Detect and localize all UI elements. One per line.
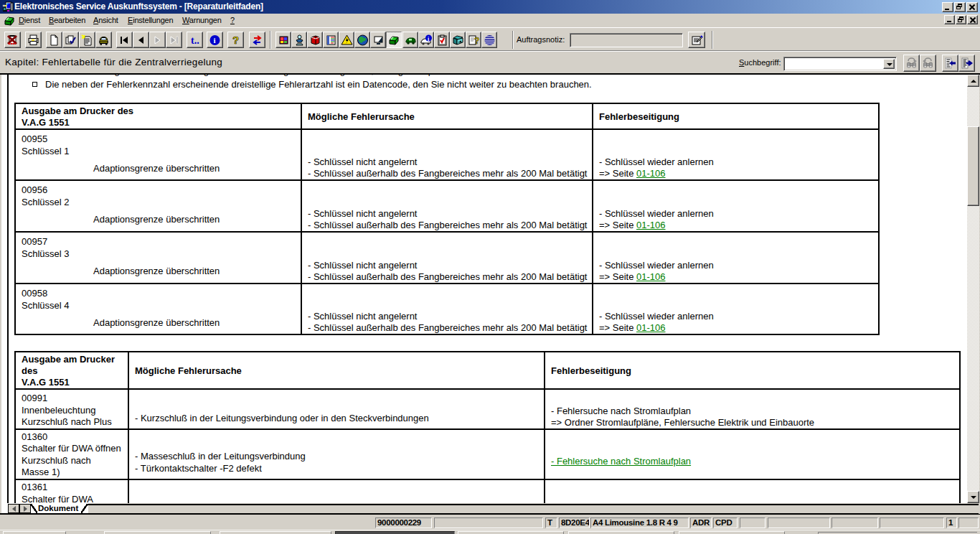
scroll-down-button[interactable] (967, 491, 979, 503)
menu-ansicht[interactable]: Ansicht (93, 14, 118, 27)
swap-arrows-icon (251, 34, 263, 46)
tab-scroll-right-button[interactable] (19, 504, 31, 513)
restore-icon (956, 4, 963, 10)
toolbar-button-car-info[interactable]: i (418, 32, 434, 48)
document-system-menu-icon[interactable] (4, 15, 15, 26)
arrow-down-icon (971, 496, 976, 499)
toolbar-button-next-page[interactable] (149, 32, 166, 48)
auftragsnotiz-note-button[interactable] (688, 32, 705, 48)
toolbar-separator (270, 31, 271, 49)
restore-button[interactable] (954, 2, 966, 12)
table1-row: 00957Schlüssel 3Adaptionsgrenze überschr… (15, 232, 879, 284)
taskbar-button[interactable] (220, 531, 331, 534)
fault-label: Schlüssel 3 (22, 248, 301, 260)
stromlaufplan-link[interactable]: - Fehlersuche nach Stromlaufplan (551, 456, 691, 467)
toolbar-button-warning-triangle[interactable] (339, 32, 354, 48)
auftragsnotiz-input[interactable] (570, 33, 683, 47)
page-link[interactable]: 01-106 (636, 220, 665, 230)
taskbar-button[interactable] (3, 531, 66, 534)
menu-warnungen[interactable]: Warnungen (182, 14, 222, 27)
toolbar-button-new-note[interactable] (79, 32, 95, 48)
toolbar-button-books-arrow[interactable] (450, 32, 466, 48)
search-button-previous-hit[interactable] (942, 55, 958, 72)
page-link[interactable]: 01-106 (636, 168, 665, 179)
page-link[interactable]: 01-106 (636, 271, 665, 282)
toolbar-button-last-page[interactable] (166, 32, 182, 48)
info-icon: i (209, 34, 221, 46)
scroll-up-button[interactable] (967, 75, 979, 87)
green-book-icon (388, 34, 400, 46)
toolbar-button-green-car[interactable] (402, 32, 418, 48)
fault-id-line: Innenbeleuchtung (22, 405, 128, 417)
toolbar-button-green-book[interactable] (386, 32, 402, 48)
table2-header-col2: Mögliche Fehlerursache (128, 352, 545, 389)
fault-cause: - Masseschluß in der Leitungsverbindung (135, 450, 544, 462)
toolbar-button-blue-sphere[interactable] (481, 32, 497, 48)
search-dropdown-button[interactable] (883, 59, 895, 69)
bullet-square-icon (32, 82, 37, 87)
search-button-next-hit[interactable] (958, 55, 975, 72)
fault-cause: - Schlüssel außerhalb des Fangbereiches … (308, 168, 592, 179)
taskbar-sliver (0, 530, 980, 534)
mdi-minimize-button[interactable] (944, 15, 955, 24)
scrollbar-thumb[interactable] (967, 126, 979, 206)
menu-einstellungen[interactable]: Einstellungen (128, 14, 173, 27)
toolbar-button-print[interactable] (25, 32, 42, 48)
toolbar-button-swap-arrows[interactable] (249, 32, 265, 48)
mdi-restore-button[interactable] (956, 15, 966, 24)
toolbar-button-exit[interactable] (4, 32, 21, 48)
toolbar-button-goto-top[interactable]: t.. (187, 32, 203, 48)
new-note-icon (81, 34, 93, 46)
toolbar-button-monitor-flag[interactable] (370, 32, 386, 48)
toolbar-button-clipboard-check[interactable] (434, 32, 450, 48)
menu-bearbeiten[interactable]: Bearbeiten (49, 14, 85, 27)
toolbar-button-list-document[interactable] (323, 32, 339, 48)
tab-scroll-left-button[interactable] (8, 504, 19, 513)
cell-causes: - Schlüssel nicht angelernt- Schlüssel a… (301, 232, 593, 284)
search-button-search-back[interactable] (920, 55, 936, 72)
toolbar-button-red-book[interactable] (307, 32, 323, 48)
menu-dienst[interactable]: Dienst (19, 14, 40, 27)
toolbar-button-globe[interactable] (354, 32, 370, 48)
toolbar-button-person[interactable] (291, 32, 307, 48)
tab-dokument[interactable]: Dokument (31, 504, 88, 513)
search-button-search-forward[interactable] (903, 55, 920, 72)
chapter-bar: Kapitel: Fehlertabelle für die Zentralve… (0, 51, 980, 73)
books-arrow-icon (452, 34, 464, 46)
toolbar-button-help[interactable]: ? (227, 32, 244, 48)
toolbar-button-previous-page[interactable] (133, 32, 149, 48)
document-question-icon: ? (468, 34, 480, 46)
search-combobox[interactable] (783, 57, 897, 71)
taskbar-button[interactable] (568, 531, 674, 534)
car-info-icon: i (420, 34, 433, 46)
page-link[interactable]: 01-106 (636, 322, 665, 333)
menu-help[interactable]: ? (230, 14, 235, 27)
toolbar-button-car[interactable] (95, 32, 112, 48)
fault-remedy-ref: => Seite 01-106 (599, 168, 878, 179)
vertical-scrollbar[interactable] (967, 75, 979, 503)
status-panel-empty (880, 517, 944, 528)
status-panel-empty (434, 517, 543, 528)
minimize-button[interactable] (942, 2, 953, 12)
first-page-icon (118, 34, 131, 46)
fault-id-line: 00991 (22, 393, 128, 405)
toolbar-button-info[interactable]: i (207, 32, 223, 48)
warning-triangle-icon (341, 34, 353, 46)
fault-remedy-ref: => Seite 01-106 (599, 220, 878, 231)
close-button[interactable] (966, 2, 978, 12)
fault-remedy: => Ordner Stromlaufpläne, Fehlersuche El… (551, 417, 959, 428)
toolbar-button-parts-grid[interactable] (275, 32, 291, 48)
toolbar-button-documents-check[interactable] (62, 32, 79, 48)
taskbar-button[interactable] (458, 531, 564, 534)
help-icon: ? (230, 34, 242, 46)
last-page-icon (168, 34, 180, 46)
toolbar-button-new-document[interactable] (46, 32, 62, 48)
taskbar-button[interactable] (679, 531, 785, 534)
toolbar-button-first-page[interactable] (116, 32, 133, 48)
fault-note: Adaptionsgrenze überschritten (93, 162, 301, 174)
taskbar-button[interactable] (104, 531, 211, 534)
mdi-close-button[interactable] (967, 15, 978, 24)
taskbar-button-active[interactable] (335, 531, 455, 534)
car-icon (98, 34, 110, 46)
toolbar-button-document-question[interactable]: ? (466, 32, 481, 48)
